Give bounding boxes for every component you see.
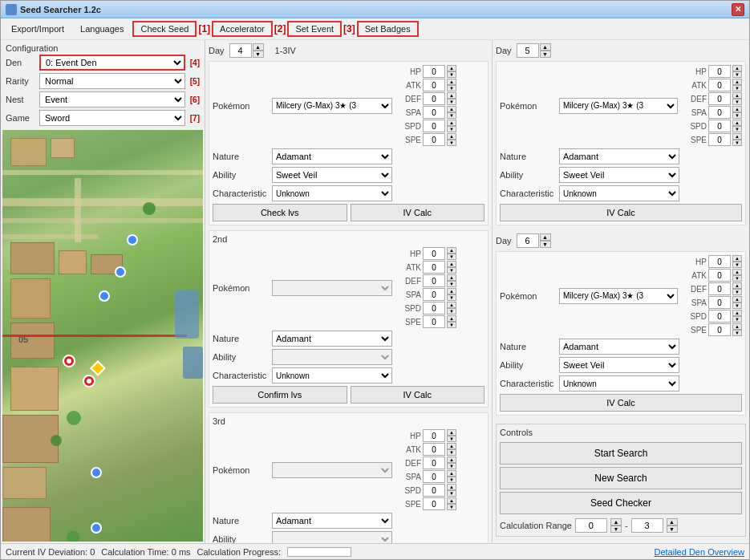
day5-down[interactable]: ▼ [540,51,551,58]
def-input-2[interactable] [423,274,445,287]
spe-up-3[interactable]: ▲ [447,497,456,504]
spd-input-3[interactable] [423,484,445,497]
day6-up[interactable]: ▲ [540,233,551,241]
spa-down-1[interactable]: ▼ [447,112,456,119]
seed-checker-button[interactable]: Seed Checker [500,492,742,514]
atk-input-3[interactable] [423,443,445,456]
accelerator-button[interactable]: Accelerator [212,21,273,37]
spd-input-r1[interactable] [708,120,731,132]
start-search-button[interactable]: Start Search [500,442,742,465]
ability-select-1[interactable]: Sweet Veil [272,167,392,183]
spa-up-1[interactable]: ▲ [447,106,456,112]
hp-input-1[interactable] [423,65,445,78]
close-button[interactable]: ✕ [732,3,744,16]
game-select[interactable]: Sword [39,110,185,126]
den-select[interactable]: 0: Event Den [39,55,185,71]
atk-input-2[interactable] [423,261,445,274]
nature-select-2[interactable]: Adamant [272,331,392,347]
def-up-2[interactable]: ▲ [447,274,456,281]
spd-up-2[interactable]: ▲ [447,302,456,308]
atk-up-2[interactable]: ▲ [447,261,456,267]
spd-down-1[interactable]: ▼ [447,126,456,132]
ability-select-2[interactable] [272,349,392,365]
spd-input-1[interactable] [423,120,445,132]
spd-input-r2[interactable] [708,310,731,323]
day-down-center[interactable]: ▼ [253,51,264,58]
hp-up-2[interactable]: ▲ [447,247,456,254]
day-up-center[interactable]: ▲ [253,43,264,51]
atk-down-1[interactable]: ▼ [447,85,456,91]
day6-down[interactable]: ▼ [540,241,551,248]
spe-input-2[interactable] [423,315,445,328]
hp-input-r1[interactable] [708,65,731,78]
nature-select-1[interactable]: Adamant [272,148,392,164]
spa-input-1[interactable] [423,106,445,119]
calc-to-up[interactable]: ▲ [667,518,678,526]
spd-up-3[interactable]: ▲ [447,484,456,490]
hp-up-3[interactable]: ▲ [447,429,456,436]
hp-down-2[interactable]: ▼ [447,254,456,260]
spe-input-1[interactable] [423,133,445,146]
atk-down-3[interactable]: ▼ [447,449,456,456]
spa-input-r1[interactable] [708,106,731,119]
char-select-r1[interactable]: Unknown [559,185,679,201]
detailed-den-link[interactable]: Detailed Den Overview [655,547,745,557]
iv-calc-button-2[interactable]: IV Calc [351,386,485,404]
hp-down-1[interactable]: ▼ [447,71,456,78]
spd-down-3[interactable]: ▼ [447,490,456,497]
spe-down-1[interactable]: ▼ [447,140,456,146]
iv-calc-button-r1[interactable]: IV Calc [500,204,742,221]
calc-to-down[interactable]: ▼ [667,526,678,533]
pokemon-select-r2[interactable]: Milcery (G-Max) 3★ (3 [559,288,678,304]
spd-up-1[interactable]: ▲ [447,120,456,126]
nest-select[interactable]: Event [39,91,185,108]
spa-input-3[interactable] [423,470,445,483]
def-input-1[interactable] [423,92,445,105]
pokemon-select-3[interactable] [272,462,392,478]
def-up-1[interactable]: ▲ [447,92,456,99]
spa-down-3[interactable]: ▼ [447,477,456,483]
day5-up[interactable]: ▲ [540,43,551,51]
def-down-2[interactable]: ▼ [447,281,456,287]
spe-input-3[interactable] [423,497,445,510]
char-select-1[interactable]: Unknown [272,185,392,201]
def-input-3[interactable] [423,457,445,469]
confirm-lvs-button-2[interactable]: Confirm lvs [213,386,347,404]
day-input-center[interactable] [229,43,252,58]
spa-down-2[interactable]: ▼ [447,294,456,301]
atk-down-2[interactable]: ▼ [447,267,456,274]
nature-select-3[interactable]: Adamant [272,513,392,529]
hp-input-2[interactable] [423,247,445,260]
spe-down-3[interactable]: ▼ [447,504,456,510]
calc-from-input[interactable] [575,518,607,533]
iv-calc-button-1[interactable]: IV Calc [351,204,485,221]
pokemon-select-r1[interactable]: Milcery (G-Max) 3★ (3 [559,98,678,114]
set-badges-button[interactable]: Set Badges [357,21,419,37]
new-search-button[interactable]: New Search [500,467,742,489]
atk-input-r2[interactable] [708,269,731,282]
languages-button[interactable]: Languages [73,22,131,36]
spe-input-r2[interactable] [708,323,731,336]
atk-up-1[interactable]: ▲ [447,79,456,85]
spd-input-2[interactable] [423,302,445,314]
spa-input-r2[interactable] [708,296,731,309]
day-input-6[interactable] [517,233,539,248]
spa-up-2[interactable]: ▲ [447,288,456,294]
iv-calc-button-r2[interactable]: IV Calc [500,394,742,412]
ability-select-3[interactable] [272,531,392,543]
def-up-3[interactable]: ▲ [447,457,456,463]
hp-input-3[interactable] [423,429,445,442]
spe-up-2[interactable]: ▲ [447,315,456,322]
def-down-3[interactable]: ▼ [447,463,456,469]
calc-from-down[interactable]: ▼ [610,526,622,533]
export-import-button[interactable]: Export/Import [4,22,71,36]
atk-input-r1[interactable] [708,79,731,91]
atk-input-1[interactable] [423,79,445,91]
rarity-select[interactable]: Normal [39,73,185,89]
calc-to-input[interactable] [631,518,663,533]
spe-up-1[interactable]: ▲ [447,133,456,140]
ability-select-r1[interactable]: Sweet Veil [559,167,679,183]
pokemon-select-2[interactable] [272,280,392,296]
spe-input-r1[interactable] [708,133,731,146]
nature-select-r1[interactable]: Adamant [559,148,679,164]
